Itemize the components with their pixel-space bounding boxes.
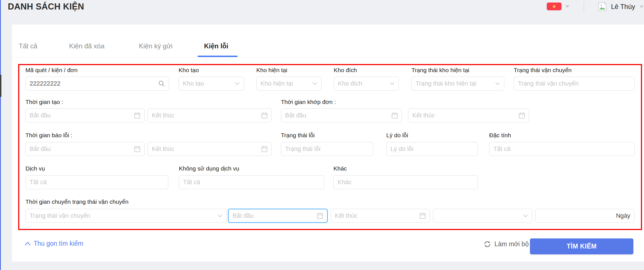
thoi-gian-tao-end-field[interactable] bbox=[148, 108, 272, 122]
avatar-broken-image-icon bbox=[598, 2, 607, 11]
thoi-gian-khop-don-start-input[interactable] bbox=[285, 112, 389, 119]
header-divider bbox=[584, 2, 584, 13]
refresh-icon bbox=[484, 240, 491, 248]
dich-vu-label: Dịch vụ bbox=[25, 165, 45, 172]
scan-code-field[interactable] bbox=[25, 77, 169, 91]
tab-kien-da-xoa[interactable]: Kiện đã xóa bbox=[69, 42, 105, 50]
trang-thai-loi-field[interactable] bbox=[281, 142, 373, 156]
tabbar-border bbox=[12, 57, 644, 57]
user-menu[interactable]: Lê Thúy bbox=[598, 2, 643, 11]
chevron-up-icon bbox=[25, 241, 31, 246]
kho-dich-select[interactable]: Kho đích bbox=[334, 77, 399, 91]
ly-do-loi-label: Lý do lỗi bbox=[386, 132, 408, 139]
tab-tat-ca[interactable]: Tất cả bbox=[19, 42, 37, 50]
kho-tao-label: Kho tạo bbox=[179, 67, 199, 74]
chevron-down-icon bbox=[218, 214, 223, 217]
tab-kien-loi[interactable]: Kiện lỗi bbox=[204, 42, 228, 50]
trang-thai-kho-hien-tai-select[interactable]: Trạng thái kho hiện tại bbox=[411, 77, 504, 91]
calendar-icon bbox=[134, 146, 140, 152]
calendar-icon bbox=[134, 112, 140, 119]
dich-vu-field[interactable] bbox=[25, 175, 168, 189]
thoi-gian-khop-don-end-field[interactable] bbox=[408, 108, 529, 122]
chevron-down-icon bbox=[390, 82, 395, 85]
trang-thai-loi-label: Trạng thái lỗi bbox=[281, 132, 315, 139]
trang-thai-kho-hien-tai-label: Trạng thái kho hiện tại bbox=[411, 67, 469, 74]
chuyen-trang-thai-start-input[interactable] bbox=[233, 212, 315, 219]
khong-su-dung-dich-vu-input[interactable] bbox=[183, 179, 320, 186]
star-icon: ★ bbox=[552, 4, 556, 9]
kho-hien-tai-select[interactable]: Kho hiện tại bbox=[256, 77, 321, 91]
dac-tinh-field[interactable] bbox=[489, 142, 634, 156]
thoi-gian-tao-start-input[interactable] bbox=[30, 112, 132, 119]
chuyen-trang-thai-ngay-field[interactable]: Ngày bbox=[535, 209, 634, 223]
chuyen-trang-thai-start-field[interactable] bbox=[228, 209, 328, 223]
collapse-search-link[interactable]: Thu gọn tìm kiếm bbox=[25, 240, 83, 247]
trang-thai-van-chuyen-label: Trạng thái vận chuyển bbox=[514, 67, 572, 74]
page-title: DANH SÁCH KIỆN bbox=[8, 2, 84, 12]
caret-down-icon bbox=[640, 6, 643, 8]
trang-thai-van-chuyen-field[interactable] bbox=[514, 77, 634, 91]
kho-dich-label: Kho đích bbox=[334, 67, 357, 74]
trang-thai-loi-input[interactable] bbox=[285, 145, 369, 153]
khac-label: Khác bbox=[333, 165, 347, 172]
kho-tao-placeholder: Kho tạo bbox=[183, 80, 233, 87]
khong-su-dung-dich-vu-field[interactable] bbox=[179, 175, 324, 189]
khac-input[interactable] bbox=[338, 179, 474, 186]
trang-thai-van-chuyen-input[interactable] bbox=[518, 80, 630, 87]
chuyen-trang-thai-status-select[interactable]: Trạng thái vận chuyển bbox=[25, 209, 227, 223]
left-edge-accent bbox=[0, 0, 1, 270]
thoi-gian-bao-loi-start-input[interactable] bbox=[30, 145, 132, 153]
thoi-gian-bao-loi-end-field[interactable] bbox=[148, 142, 272, 156]
calendar-icon bbox=[261, 146, 267, 152]
chuyen-trang-thai-extra-select[interactable] bbox=[433, 209, 532, 223]
chevron-down-icon bbox=[523, 214, 528, 217]
scan-code-input[interactable] bbox=[30, 80, 156, 87]
user-name: Lê Thúy bbox=[611, 3, 635, 11]
kho-hien-tai-placeholder: Kho hiện tại bbox=[261, 80, 310, 87]
dich-vu-input[interactable] bbox=[30, 179, 164, 186]
chuyen-trang-thai-end-field[interactable] bbox=[331, 209, 430, 223]
ngay-suffix-label: Ngày bbox=[616, 212, 630, 219]
chevron-down-icon bbox=[312, 82, 317, 85]
kho-hien-tai-label: Kho hiện tại bbox=[256, 67, 287, 74]
scan-code-label: Mã quét / kiện / đơn bbox=[25, 67, 78, 74]
calendar-icon bbox=[420, 212, 426, 219]
chevron-down-icon bbox=[495, 82, 500, 85]
thoi-gian-khop-don-end-input[interactable] bbox=[412, 112, 517, 119]
thoi-gian-bao-loi-end-input[interactable] bbox=[152, 145, 259, 153]
kho-tao-select[interactable]: Kho tạo bbox=[179, 77, 244, 91]
dac-tinh-label: Đặc tính bbox=[489, 132, 511, 139]
dac-tinh-input[interactable] bbox=[493, 145, 630, 153]
calendar-icon bbox=[392, 112, 398, 119]
search-icon bbox=[158, 80, 165, 87]
calendar-icon bbox=[317, 212, 323, 219]
khong-su-dung-dich-vu-label: Không sử dụng dịch vụ bbox=[179, 165, 239, 172]
vertical-scrollbar-thumb[interactable] bbox=[0, 75, 1, 97]
thoi-gian-bao-loi-start-field[interactable] bbox=[25, 142, 145, 156]
thoi-gian-tao-label: Thời gian tạo : bbox=[25, 98, 63, 106]
thoi-gian-tao-end-input[interactable] bbox=[152, 112, 259, 119]
thoi-gian-tao-start-field[interactable] bbox=[25, 108, 145, 122]
caret-down-icon bbox=[565, 5, 569, 8]
khac-field[interactable] bbox=[333, 175, 478, 189]
thoi-gian-bao-loi-label: Thời gian báo lỗi : bbox=[25, 132, 72, 139]
ly-do-loi-input[interactable] bbox=[390, 145, 474, 153]
thoi-gian-khop-don-label: Thời gian khớp đơn : bbox=[281, 98, 336, 106]
thoi-gian-chuyen-trang-thai-label: Thời gian chuyển trạng thái vận chuyển bbox=[25, 198, 129, 205]
thoi-gian-khop-don-start-field[interactable] bbox=[281, 108, 402, 122]
tab-kien-ky-gui[interactable]: Kiện ký gửi bbox=[139, 42, 172, 50]
ly-do-loi-field[interactable] bbox=[386, 142, 478, 156]
collapse-search-label: Thu gọn tìm kiếm bbox=[34, 240, 83, 247]
chevron-down-icon bbox=[235, 82, 240, 85]
calendar-icon bbox=[519, 112, 525, 119]
chuyen-trang-thai-status-placeholder: Trạng thái vận chuyển bbox=[30, 212, 216, 219]
calendar-icon bbox=[261, 112, 267, 119]
language-selector[interactable]: ★ bbox=[547, 3, 569, 10]
trang-thai-kho-hien-tai-placeholder: Trạng thái kho hiện tại bbox=[416, 80, 493, 87]
search-button[interactable]: TÌM KIẾM bbox=[530, 238, 633, 254]
chuyen-trang-thai-end-input[interactable] bbox=[335, 212, 417, 219]
kho-dich-placeholder: Kho đích bbox=[338, 80, 387, 87]
vietnam-flag-icon: ★ bbox=[547, 3, 562, 10]
